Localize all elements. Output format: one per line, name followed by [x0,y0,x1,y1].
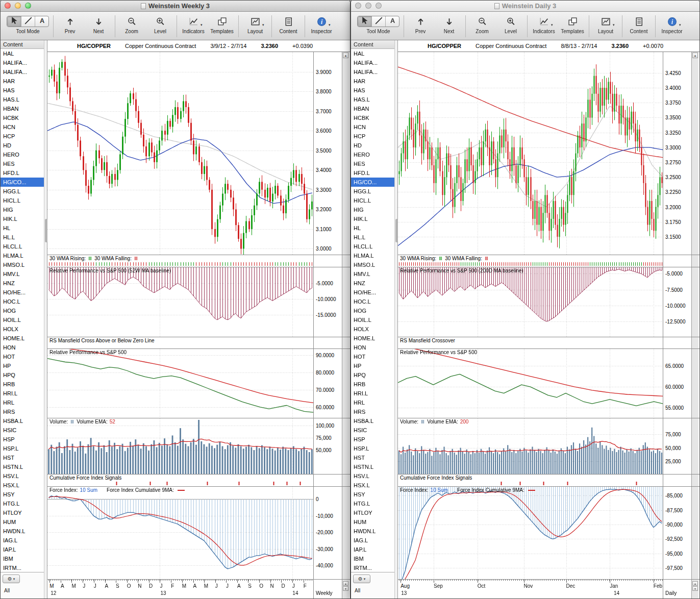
sidebar-item-hll[interactable]: HL.L [351,233,394,242]
sidebar-item-hig[interactable]: HIG [351,205,394,214]
titlebar[interactable]: Weinstein Daily 3 [351,1,699,12]
volume-chart-canvas[interactable] [398,418,663,474]
sidebar-item-hwdnl[interactable]: HWDN.L [1,527,44,536]
pane-scroll-up-button[interactable]: ▲ [692,53,698,58]
sidebar-item-hikl[interactable]: HIK.L [1,214,44,223]
sidebar-item-hsic[interactable]: HSIC [351,426,394,435]
price-chart-canvas[interactable] [47,52,313,255]
sidebar-item-hal[interactable]: HAL [1,49,44,58]
sidebar-item-iapl[interactable]: IAP.L [1,545,44,554]
zoom-out-button[interactable]: Zoom [119,14,144,34]
inspector-button[interactable]: i▾Inspector [660,14,684,34]
sidebar-item-hal[interactable]: HAL [351,49,394,58]
sidebar-item-hsvl[interactable]: HSV.L [351,471,394,481]
step-down-button[interactable]: ▼ [343,586,348,591]
sidebar-action-button[interactable]: ⚙▾ [353,575,370,583]
titlebar[interactable]: Weinstein Weekly 3 [1,1,350,12]
sidebar-item-hggl[interactable]: HGG.L [351,187,394,196]
pointer-tool-button[interactable] [7,16,21,27]
sidebar-item-hcbk[interactable]: HCBK [351,113,394,122]
sidebar-item-hgco[interactable]: HG/CO... [1,178,44,187]
signals-strip-canvas[interactable] [398,481,663,486]
sidebar-item-hsp[interactable]: HSP [1,435,44,444]
sidebar-item-har[interactable]: HAR [351,77,394,86]
sidebar-item-hrs[interactable]: HRS [1,407,44,416]
signals-strip-canvas[interactable] [47,481,313,486]
rs-chart-canvas[interactable] [398,267,663,337]
sidebar-item-hicll[interactable]: HICL.L [1,196,44,205]
sidebar-item-hril[interactable]: HRI.L [351,389,394,398]
sidebar-item-hon[interactable]: HON [351,343,394,352]
sidebar-item-hes[interactable]: HES [1,159,44,168]
prev-button[interactable]: Prev [58,14,82,34]
sidebar-item-hfdl[interactable]: HFD.L [351,168,394,178]
sidebar-item-hot[interactable]: HOT [1,352,44,361]
sidebar-item-hlmal[interactable]: HLMA.L [1,251,44,260]
sidebar-item-holx[interactable]: HOLX [351,325,394,334]
minimize-button[interactable] [365,3,371,9]
sidebar-item-homel[interactable]: HOME.L [351,334,394,343]
sidebar-item-hd[interactable]: HD [351,141,394,150]
sidebar-item-hasl[interactable]: HAS.L [351,95,394,104]
sidebar-item-htgl[interactable]: HTG.L [351,499,394,508]
force-chart-canvas[interactable] [398,487,663,579]
sidebar-item-hsxl[interactable]: HSX.L [1,481,44,490]
sidebar-item-hcp[interactable]: HCP [1,132,44,141]
sidebar-item-hspl[interactable]: HSP.L [1,444,44,453]
indicators-button[interactable]: ▾Indicators [532,14,556,34]
inspector-button[interactable]: i▾Inspector [309,14,334,34]
sidebar-item-har[interactable]: HAR [1,77,44,86]
sidebar-item-hgco[interactable]: HG/CO... [351,178,394,187]
sidebar-item-hohe[interactable]: HO/HE... [1,288,44,297]
layout-button[interactable]: ▾Layout [593,14,618,34]
sidebar-item-hd[interactable]: HD [1,141,44,150]
sidebar-item-hicll[interactable]: HICL.L [351,196,394,205]
wma-signal-strip-canvas[interactable] [47,262,313,266]
sidebar-item-hon[interactable]: HON [1,343,44,352]
sidebar-item-iagl[interactable]: IAG.L [351,536,394,545]
sidebar-item-hril[interactable]: HRI.L [1,389,44,398]
templates-button[interactable]: Templates [560,14,585,34]
prev-button[interactable]: Prev [408,14,433,34]
periodicity-control[interactable]: Daily [665,590,677,596]
rp-chart-canvas[interactable] [398,349,663,418]
sidebar-item-iagl[interactable]: IAG.L [1,536,44,545]
sidebar-item-hrb[interactable]: HRB [351,380,394,389]
zoom-in-button[interactable]: Level [498,14,523,34]
step-up-button[interactable]: ▲ [692,581,698,586]
sidebar-item-ibm[interactable]: IBM [1,554,44,563]
sidebar-item-hero[interactable]: HERO [351,150,394,159]
content-button[interactable]: Content [627,14,651,34]
volume-chart-canvas[interactable] [47,418,313,474]
sidebar-action-button[interactable]: ⚙▾ [3,575,20,583]
sidebar-item-homel[interactable]: HOME.L [1,334,44,343]
sidebar-item-hog[interactable]: HOG [351,306,394,315]
sidebar-item-hstnl[interactable]: HSTN.L [1,462,44,471]
sidebar-item-hlcll[interactable]: HLCL.L [351,242,394,251]
sidebar-item-hlcll[interactable]: HLCL.L [1,242,44,251]
sidebar-item-hohe[interactable]: HO/HE... [351,288,394,297]
sidebar-item-iapl[interactable]: IAP.L [351,545,394,554]
sidebar-item-hes[interactable]: HES [351,159,394,168]
sidebar-item-hocl[interactable]: HOC.L [1,297,44,306]
sidebar-item-hcn[interactable]: HCN [1,122,44,132]
sidebar-item-hst[interactable]: HST [1,453,44,462]
sidebar-scrollbar-thumb[interactable] [395,219,398,242]
sidebar-item-halifa[interactable]: HALIFA... [351,67,394,77]
sidebar-item-hsy[interactable]: HSY [351,490,394,499]
next-button[interactable]: Next [437,14,461,34]
text-tool-button[interactable]: A [385,16,399,27]
sidebar-item-irtm[interactable]: IRTM... [1,563,44,572]
sidebar-item-hocl[interactable]: HOC.L [351,297,394,306]
sidebar-item-halifa[interactable]: HALIFA... [1,58,44,67]
zoom-button[interactable] [376,3,382,9]
sidebar-item-hcp[interactable]: HCP [351,132,394,141]
sidebar-item-halifa[interactable]: HALIFA... [1,67,44,77]
templates-button[interactable]: Templates [210,14,234,34]
sidebar-item-hsic[interactable]: HSIC [1,426,44,435]
sidebar-item-has[interactable]: HAS [1,86,44,95]
zoom-button[interactable] [25,3,31,9]
sidebar-item-hoill[interactable]: HOIL.L [1,315,44,325]
sidebar-item-hsvl[interactable]: HSV.L [1,471,44,481]
sidebar-item-hst[interactable]: HST [351,453,394,462]
